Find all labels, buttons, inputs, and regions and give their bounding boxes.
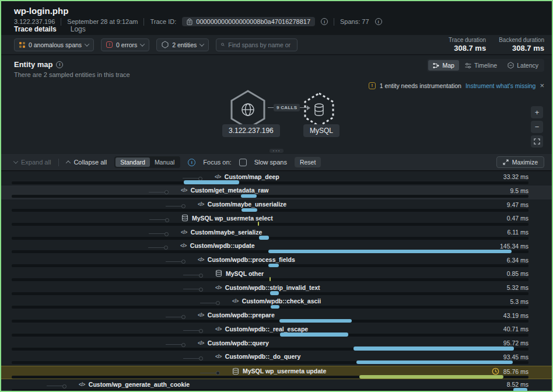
view-timeline-button[interactable]: Timeline [460,60,502,71]
zoom-out-button[interactable]: − [531,121,543,133]
mode-standard-button[interactable]: Standard [116,158,150,167]
span-row[interactable]: </> Custom/wpdb::strip_invalid_text 5.32… [1,282,552,296]
span-label[interactable]: MySQL wp_usermeta select [181,213,273,223]
hexagon-icon [162,41,169,48]
info-icon[interactable]: i [321,18,328,25]
span-label[interactable]: </> Custom/maybe_serialize [181,227,262,237]
expand-all-button[interactable]: Expand all [14,159,51,166]
span-label[interactable]: </> Custom/wpdb::check_ascii [232,296,321,306]
span-duration: 33.32 ms [503,173,528,181]
span-row[interactable]: </> Custom/wpdb::_real_escape 40.71 ms [1,324,552,338]
database-icon [232,368,239,375]
span-duration-text: 85.76 ms [503,368,528,375]
span-bar[interactable] [279,319,352,323]
span-row[interactable]: </> Custom/wpdb::_do_query 93.45 ms [1,352,552,366]
trace-duration: Trace duration 308.7 ms [449,37,486,52]
info-icon[interactable]: i [375,18,382,25]
trace-id-value: 000000000000000008b0a47016278817 [196,18,310,25]
trace-details-page: wp-login.php 3.122.237.196 September 28 … [0,0,553,392]
span-duration-text: 145.34 ms [500,243,528,250]
mode-manual-button[interactable]: Manual [150,158,179,167]
span-duration-text: 6.11 ms [507,229,528,236]
duration-summary: Trace duration 308.7 ms Backend duration… [449,37,544,52]
maximize-button[interactable]: Maximize [496,156,544,168]
tree-connector [166,261,184,262]
span-bar[interactable] [359,375,503,379]
span-label[interactable]: </> Custom/wpdb::_real_escape [215,324,308,334]
span-label[interactable]: </> Custom/map_deep [215,172,279,181]
code-icon: </> [79,382,85,387]
span-duration-text: 0.47 ms [507,215,528,222]
divider [58,159,59,166]
span-row[interactable]: </> Custom/get_metadata_raw 9.5 ms [1,186,552,200]
entities-filter[interactable]: 2 entities [156,38,209,51]
view-latency-button[interactable]: Latency [503,60,543,71]
timeline-track [12,209,528,212]
fit-view-button[interactable] [531,135,543,148]
span-duration: 9.5 ms [510,187,528,195]
errors-filter[interactable]: ! 0 errors [101,38,149,51]
code-icon: </> [181,229,187,235]
span-bar[interactable] [270,277,271,281]
info-icon[interactable]: i [56,61,63,68]
span-duration-text: 93.45 ms [503,354,528,360]
view-map-button[interactable]: Map [428,60,459,71]
span-label[interactable]: </> Custom/wpdb::query [198,338,269,348]
span-label[interactable]: </> Custom/wpdb::prepare [198,310,275,320]
search-input[interactable] [228,41,292,48]
timeline-track [12,320,528,323]
span-duration: 0.47 ms [507,214,528,222]
search-icon [221,41,225,48]
collapse-all-button[interactable]: Collapse all [66,159,107,166]
warning-icon: ! [369,82,376,89]
span-label[interactable]: </> Custom/wpdb::process_fields [198,255,295,265]
span-row[interactable]: MySQL wp_usermeta select 0.47 ms [1,213,552,227]
slow-spans-checkbox[interactable] [239,159,247,166]
span-label[interactable]: </> Custom/get_metadata_raw [181,186,268,195]
calls-edge: 9 CALLS [268,104,310,111]
info-icon[interactable]: i [188,159,195,166]
span-label[interactable]: </> Custom/wpdb::update [180,241,255,251]
zoom-in-button[interactable]: + [531,106,543,118]
trace-duration-label: Trace duration [449,37,486,43]
code-icon: </> [232,298,239,304]
span-duration: 93.45 ms [503,353,528,361]
span-row[interactable]: MySQL other 0.85 ms [1,268,552,282]
span-search[interactable] [216,38,298,51]
span-label[interactable]: </> Custom/maybe_unserialize [198,200,286,209]
span-label[interactable]: MySQL wp_usermeta update [232,366,326,376]
trace-id-label: Trace ID: [150,18,176,25]
span-row[interactable]: </> Custom/wpdb::check_ascii 5.3 ms [1,296,552,310]
span-row[interactable]: MySQL wp_usermeta update 85.76 ms [1,366,552,380]
error-icon: ! [106,41,113,48]
instrument-missing-link[interactable]: Instrument what's missing [466,82,536,89]
span-label[interactable]: MySQL other [215,268,264,278]
span-row[interactable]: </> Custom/wpdb::prepare 43.19 ms [1,310,552,324]
span-bar[interactable] [268,250,512,254]
span-bar[interactable] [356,360,513,365]
span-row[interactable]: </> Custom/wpdb::update 145.34 ms [1,241,552,255]
span-label[interactable]: </> Custom/wpdb::strip_invalid_text [215,282,320,292]
mode-segmented-control: Standard Manual [114,156,180,168]
span-bar[interactable] [354,346,514,351]
span-duration: 85.76 ms [492,368,528,376]
trace-id-chip[interactable]: 000000000000000008b0a47016278817 [182,17,315,26]
span-row[interactable]: </> Custom/wp_generate_auth_cookie 8.52 … [1,379,552,392]
span-row[interactable]: </> Custom/wpdb::query 95.72 ms [1,338,552,352]
page-title: wp-login.php [14,6,68,16]
span-row[interactable]: </> Custom/wpdb::process_fields 6.34 ms [1,255,552,269]
page-header: wp-login.php 3.122.237.196 September 28 … [1,1,552,35]
close-icon[interactable]: × [540,81,544,90]
tree-connector [166,317,184,317]
reset-button[interactable]: Reset [295,157,321,167]
span-label[interactable]: </> Custom/wpdb::_do_query [215,352,300,362]
mysql-node-label[interactable]: MySQL [303,124,340,137]
anomalous-spans-filter[interactable]: 0 anomalous spans [14,38,94,51]
web-node-label[interactable]: 3.122.237.196 [222,124,280,137]
span-row[interactable]: </> Custom/map_deep 33.32 ms [1,172,552,186]
span-row[interactable]: </> Custom/maybe_serialize 6.11 ms [1,227,552,241]
span-label[interactable]: </> Custom/wp_generate_auth_cookie [79,379,190,389]
host-ip: 3.122.237.196 [14,18,55,25]
panel-resize-handle[interactable]: ··· [270,149,284,153]
span-row[interactable]: </> Custom/maybe_unserialize 9.47 ms [1,200,552,214]
